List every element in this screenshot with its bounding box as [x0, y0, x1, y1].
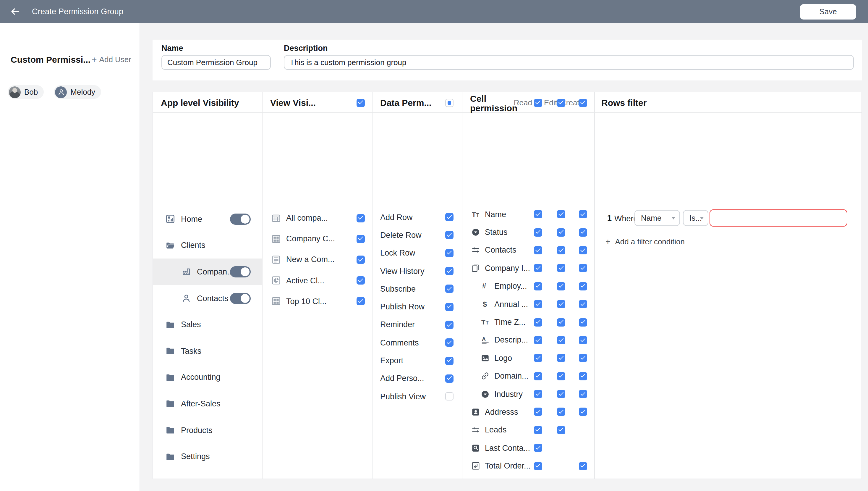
link-record-icon [471, 425, 480, 435]
data-permission-checkbox[interactable] [445, 231, 454, 239]
edit-permission-checkbox[interactable] [557, 426, 565, 434]
edit-permission-checkbox[interactable] [557, 336, 565, 344]
user-chip-melody[interactable]: Melody [54, 85, 101, 99]
visibility-toggle[interactable] [230, 266, 251, 278]
read-permission-checkbox[interactable] [534, 354, 542, 362]
create-permission-checkbox[interactable] [579, 336, 587, 344]
read-permission-checkbox[interactable] [534, 372, 542, 380]
read-permission-checkbox[interactable] [534, 426, 542, 434]
read-permission-checkbox[interactable] [534, 336, 542, 344]
visibility-toggle[interactable] [230, 292, 251, 304]
app-item-products[interactable]: Products [153, 417, 262, 443]
create-permission-checkbox[interactable] [579, 390, 587, 398]
edit-permission-checkbox[interactable] [557, 210, 565, 218]
svg-text:A: A [482, 336, 486, 343]
name-input[interactable] [161, 55, 271, 69]
read-permission-checkbox[interactable] [534, 462, 542, 470]
sections-icon [471, 264, 480, 273]
read-permission-checkbox[interactable] [534, 408, 542, 416]
data-permission-checkbox[interactable] [445, 356, 454, 365]
arrow-left-icon [10, 6, 20, 17]
create-permission-checkbox[interactable] [579, 354, 587, 362]
create-permission-checkbox[interactable] [579, 246, 587, 254]
app-item-after-sales[interactable]: After-Sales [153, 391, 262, 417]
create-permission-checkbox[interactable] [579, 318, 587, 326]
app-item-accounting[interactable]: Accounting [153, 364, 262, 391]
add-user-button[interactable]: + Add User [92, 54, 131, 64]
create-permission-checkbox[interactable] [579, 228, 587, 236]
filter-field-select[interactable]: Name [634, 210, 680, 226]
create-permission-checkbox[interactable] [579, 462, 587, 470]
view-item-checkbox[interactable] [356, 297, 365, 306]
data-permission-checkbox[interactable] [445, 249, 454, 257]
cell-field-total-order: Total Order... [462, 457, 594, 475]
cell-field-label: Total Order... [485, 461, 530, 470]
app-item-settings[interactable]: Settings [153, 443, 262, 470]
view-select-all-checkbox[interactable] [356, 98, 365, 107]
app-item-home[interactable]: Home [153, 206, 262, 232]
read-permission-checkbox[interactable] [534, 228, 542, 236]
filter-value-input[interactable] [710, 209, 847, 227]
data-permission-checkbox[interactable] [445, 374, 454, 383]
filter-condition-row: 1 Where Name Is... [595, 210, 862, 227]
app-item-compan[interactable]: Compan... [153, 259, 262, 285]
filter-field-value: Name [641, 213, 661, 223]
visibility-toggle[interactable] [230, 213, 251, 225]
create-permission-checkbox[interactable] [579, 372, 587, 380]
app-item-sales[interactable]: Sales [153, 312, 262, 338]
view-item-checkbox[interactable] [356, 256, 365, 264]
edit-select-all-checkbox[interactable] [557, 98, 565, 107]
create-select-all-checkbox[interactable] [579, 98, 587, 107]
create-permission-checkbox[interactable] [579, 300, 587, 308]
edit-permission-checkbox[interactable] [557, 318, 565, 326]
view-item-checkbox[interactable] [356, 214, 365, 222]
read-permission-checkbox[interactable] [534, 444, 542, 452]
view-item-checkbox[interactable] [356, 235, 365, 243]
read-permission-checkbox[interactable] [534, 246, 542, 254]
data-permission-checkbox[interactable] [445, 392, 454, 401]
edit-permission-checkbox[interactable] [557, 228, 565, 236]
create-permission-checkbox[interactable] [579, 264, 587, 272]
app-item-contacts[interactable]: Contacts [153, 285, 262, 312]
read-permission-checkbox[interactable] [534, 210, 542, 218]
create-permission-checkbox[interactable] [579, 408, 587, 416]
read-permission-checkbox[interactable] [534, 300, 542, 308]
edit-permission-checkbox[interactable] [557, 300, 565, 308]
chart-icon [271, 276, 281, 285]
edit-permission-checkbox[interactable] [557, 246, 565, 254]
create-permission-checkbox[interactable] [579, 282, 587, 290]
edit-permission-checkbox[interactable] [557, 282, 565, 290]
edit-permission-checkbox[interactable] [557, 372, 565, 380]
add-filter-condition-button[interactable]: + Add a filter condition [606, 237, 685, 246]
edit-permission-checkbox[interactable] [557, 390, 565, 398]
user-chip-list: BobMelody [8, 85, 101, 99]
app-item-tasks[interactable]: Tasks [153, 338, 262, 364]
read-permission-checkbox[interactable] [534, 264, 542, 272]
edit-permission-checkbox[interactable] [557, 408, 565, 416]
description-input[interactable] [284, 55, 854, 69]
create-permission-checkbox[interactable] [579, 210, 587, 218]
data-permission-checkbox[interactable] [445, 302, 454, 311]
read-select-all-checkbox[interactable] [534, 98, 542, 107]
view-item-label: New a Com... [286, 255, 335, 264]
user-chip-bob[interactable]: Bob [8, 85, 44, 99]
data-permission-checkbox[interactable] [445, 213, 454, 221]
cell-permission-column: Cell permission Read Edit Create TTNameS… [462, 92, 595, 479]
edit-permission-checkbox[interactable] [557, 264, 565, 272]
data-permission-checkbox[interactable] [445, 338, 454, 347]
read-permission-checkbox[interactable] [534, 282, 542, 290]
data-permission-checkbox[interactable] [445, 267, 454, 275]
read-permission-checkbox[interactable] [534, 318, 542, 326]
data-select-all-checkbox[interactable] [445, 98, 454, 107]
app-item-clients[interactable]: Clients [153, 232, 262, 259]
back-button[interactable] [9, 6, 20, 17]
view-item-checkbox[interactable] [356, 276, 365, 285]
data-permission-checkbox[interactable] [445, 321, 454, 329]
read-permission-checkbox[interactable] [534, 390, 542, 398]
filter-operator-select[interactable]: Is... [683, 210, 708, 226]
edit-header-label: Edit [544, 92, 557, 113]
save-button[interactable]: Save [800, 4, 856, 19]
cell-field-employ: #Employ... [462, 277, 594, 295]
data-permission-checkbox[interactable] [445, 285, 454, 293]
edit-permission-checkbox[interactable] [557, 354, 565, 362]
